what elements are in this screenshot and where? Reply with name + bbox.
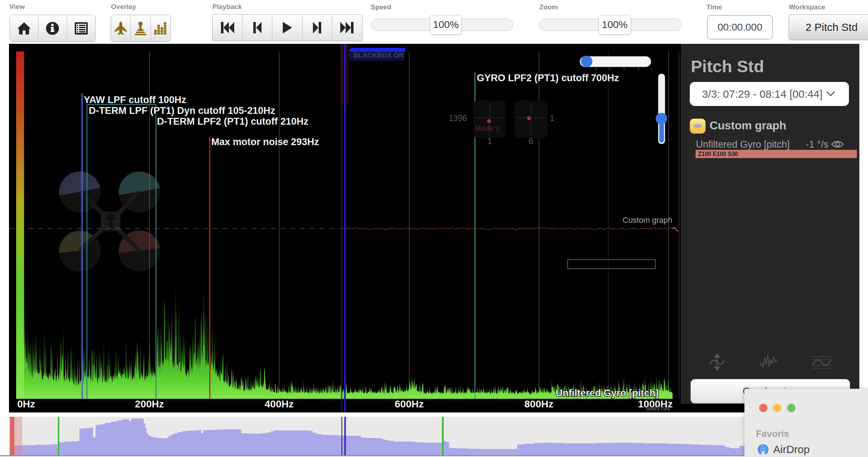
svg-text:1396: 1396 (449, 114, 467, 123)
svg-text:D-TERM LPF2 (PT1) cutoff 210Hz: D-TERM LPF2 (PT1) cutoff 210Hz (157, 116, 309, 127)
svg-text:6849794: 6849794 (646, 405, 670, 412)
svg-text:GYRO LPF2 (PT1) cutoff 700Hz: GYRO LPF2 (PT1) cutoff 700Hz (477, 73, 619, 83)
svg-text:Max motor noise 293Hz: Max motor noise 293Hz (211, 137, 319, 147)
svg-text:Unfiltered Gyro [pitch]: Unfiltered Gyro [pitch] (555, 388, 659, 398)
svg-text:1: 1 (488, 137, 492, 146)
svg-text:800Hz: 800Hz (525, 398, 554, 410)
svg-text:400Hz: 400Hz (265, 398, 294, 410)
svg-text:0Hz: 0Hz (17, 398, 35, 410)
svg-text:Mode 2: Mode 2 (475, 124, 500, 132)
svg-text:Custom graph: Custom graph (623, 216, 672, 225)
svg-text:D-TERM LPF (PT1) Dyn cutoff 10: D-TERM LPF (PT1) Dyn cutoff 105-210Hz (89, 105, 275, 116)
svg-text:200Hz: 200Hz (135, 398, 164, 410)
svg-text:600Hz: 600Hz (395, 398, 424, 410)
svg-text:6: 6 (529, 137, 534, 146)
svg-text:BLACKBOX ON: BLACKBOX ON (354, 52, 404, 59)
svg-text:1: 1 (550, 114, 554, 123)
svg-text:YAW LPF cutoff 100Hz: YAW LPF cutoff 100Hz (84, 94, 186, 105)
